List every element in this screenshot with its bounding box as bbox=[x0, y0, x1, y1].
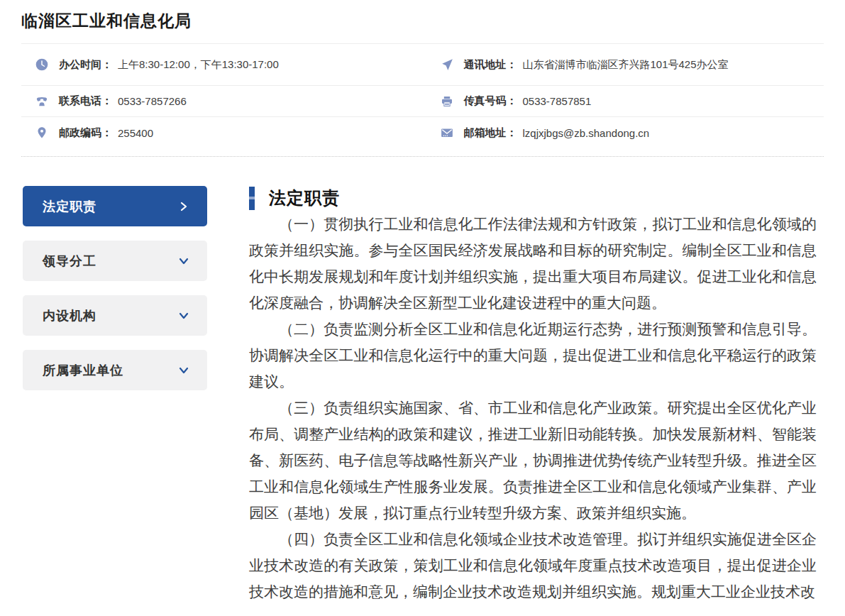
chevron-down-icon bbox=[177, 255, 190, 268]
postcode-value: 255400 bbox=[118, 127, 153, 139]
phone-value: 0533-7857266 bbox=[118, 95, 187, 107]
chevron-down-icon bbox=[177, 309, 190, 322]
phone-icon bbox=[35, 95, 48, 108]
duty-paragraph: （四）负责全区工业和信息化领域企业技术改造管理。拟订并组织实施促进全区企业技术改… bbox=[249, 527, 817, 605]
page-title: 临淄区工业和信息化局 bbox=[21, 10, 824, 32]
contact-office-hours: 办公时间： 上午8:30-12:00，下午13:30-17:00 bbox=[21, 44, 423, 86]
phone-label: 联系电话： bbox=[59, 94, 112, 108]
sidebar-item-legal-duties[interactable]: 法定职责 bbox=[23, 186, 207, 226]
chevron-down-icon bbox=[177, 364, 190, 377]
office-hours-value: 上午8:30-12:00，下午13:30-17:00 bbox=[118, 58, 279, 72]
contact-email: 邮箱地址： lzqjxjbgs@zb.shandong.cn bbox=[423, 117, 824, 148]
printer-icon bbox=[441, 95, 453, 108]
section-body: （一）贯彻执行工业和信息化工作法律法规和方针政策，拟订工业和信息化领域的政策并组… bbox=[249, 211, 817, 605]
section-title: 法定职责 bbox=[269, 187, 340, 209]
content-area: 法定职责 （一）贯彻执行工业和信息化工作法律法规和方针政策，拟订工业和信息化领域… bbox=[249, 186, 845, 605]
send-icon bbox=[441, 58, 453, 71]
contact-address: 通讯地址： 山东省淄博市临淄区齐兴路101号425办公室 bbox=[423, 44, 824, 86]
duty-paragraph: （三）负责组织实施国家、省、市工业和信息化产业政策。研究提出全区优化产业布局、调… bbox=[249, 395, 817, 527]
office-hours-label: 办公时间： bbox=[59, 58, 112, 72]
contact-postcode: 邮政编码： 255400 bbox=[21, 117, 423, 148]
chevron-right-icon bbox=[177, 200, 190, 213]
mail-icon bbox=[441, 126, 453, 139]
sidebar-item-label: 所属事业单位 bbox=[43, 362, 123, 379]
fax-value: 0533-7857851 bbox=[523, 95, 592, 107]
address-value: 山东省淄博市临淄区齐兴路101号425办公室 bbox=[523, 58, 729, 72]
sidebar-item-label: 内设机构 bbox=[43, 307, 96, 324]
contact-grid: 办公时间： 上午8:30-12:00，下午13:30-17:00 通讯地址： 山… bbox=[21, 44, 824, 148]
postcode-label: 邮政编码： bbox=[59, 126, 112, 140]
duty-paragraph: （一）贯彻执行工业和信息化工作法律法规和方针政策，拟订工业和信息化领域的政策并组… bbox=[249, 211, 817, 317]
location-icon bbox=[35, 126, 48, 139]
email-value: lzqjxjbgs@zb.shandong.cn bbox=[523, 127, 650, 139]
sidebar: 法定职责 领导分工 内设机构 所属事业单位 bbox=[23, 186, 207, 405]
sidebar-item-label: 法定职责 bbox=[43, 198, 96, 215]
contact-fax: 传真号码： 0533-7857851 bbox=[423, 86, 824, 117]
section-marker-bar bbox=[249, 187, 255, 210]
main-layout: 法定职责 领导分工 内设机构 所属事业单位 法定职责 bbox=[23, 186, 845, 605]
duty-paragraph: （二）负责监测分析全区工业和信息化近期运行态势，进行预测预警和信息引导。协调解决… bbox=[249, 317, 817, 395]
contact-phone: 联系电话： 0533-7857266 bbox=[21, 86, 423, 117]
contact-info-panel: 办公时间： 上午8:30-12:00，下午13:30-17:00 通讯地址： 山… bbox=[21, 43, 824, 157]
email-label: 邮箱地址： bbox=[464, 126, 517, 140]
content-header: 法定职责 bbox=[249, 186, 817, 210]
sidebar-item-leadership[interactable]: 领导分工 bbox=[23, 241, 207, 281]
address-label: 通讯地址： bbox=[464, 58, 517, 72]
fax-label: 传真号码： bbox=[464, 94, 517, 108]
sidebar-item-label: 领导分工 bbox=[43, 253, 96, 270]
sidebar-item-affiliated-units[interactable]: 所属事业单位 bbox=[23, 350, 207, 390]
clock-icon bbox=[35, 58, 48, 71]
sidebar-item-internal-departments[interactable]: 内设机构 bbox=[23, 295, 207, 336]
